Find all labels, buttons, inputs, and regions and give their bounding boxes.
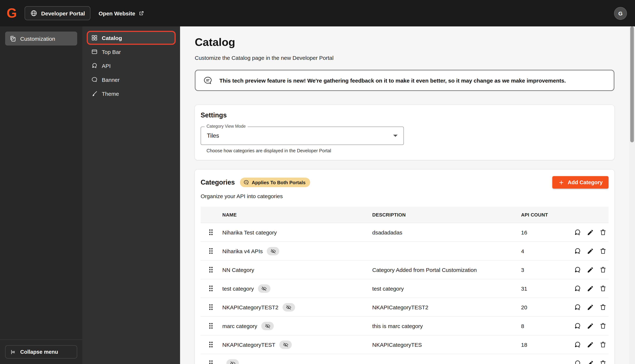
plus-icon (558, 179, 564, 186)
manage-apis-button[interactable] (574, 322, 581, 330)
delete-category-button[interactable] (599, 247, 607, 255)
subnav-item-api[interactable]: API (87, 59, 176, 73)
table-row: Niharika Test category dsadadadas 16 (201, 223, 608, 242)
category-description: NKAPICategoryTEST2 (371, 304, 520, 310)
collapse-menu-button[interactable]: Collapse menu (5, 345, 77, 358)
category-description: test category (371, 285, 520, 292)
open-website-label: Open Website (98, 10, 135, 16)
gravitee-logo[interactable]: G (7, 6, 17, 20)
edit-category-button[interactable] (587, 266, 594, 274)
table-row: Niharika v4 APIs 4 (201, 242, 608, 260)
notice-text: This tech preview feature is new! We're … (219, 77, 566, 84)
subnav-item-banner[interactable]: Banner (87, 73, 176, 86)
subnav-item-top-bar[interactable]: Top Bar (87, 45, 176, 59)
subnav-item-catalog[interactable]: Catalog (87, 31, 176, 45)
user-avatar[interactable]: G (614, 7, 627, 20)
sidebar-item-label: Customization (20, 36, 55, 42)
scrollbar-thumb[interactable] (630, 26, 634, 142)
select-label: Category View Mode (205, 124, 248, 128)
category-view-mode-select[interactable]: Category View Mode Tiles (201, 126, 404, 145)
category-table-body: Niharika Test category dsadadadas 16 (201, 223, 608, 364)
manage-apis-button[interactable] (574, 284, 581, 292)
select-helper-text: Choose how categories are displayed in t… (206, 148, 608, 154)
drag-handle-icon[interactable] (209, 285, 213, 292)
category-name: NKAPICategoryTEST (222, 342, 275, 348)
category-api-count: 4 (520, 248, 566, 254)
table-header: NAME DESCRIPTION API COUNT (201, 206, 608, 223)
subnav-item-label: Banner (102, 76, 120, 83)
drag-handle-icon[interactable] (209, 229, 213, 236)
chevron-down-icon (393, 135, 398, 137)
subnav-item-label: Top Bar (102, 48, 121, 55)
manage-apis-button[interactable] (574, 360, 581, 364)
table-row: NKAPICategoryTEST NKAPICategoryTES 18 (201, 336, 608, 354)
category-description: Category Added from Portal Customization (371, 266, 520, 273)
open-website-link[interactable]: Open Website (98, 10, 144, 16)
delete-category-button[interactable] (599, 266, 607, 274)
drag-handle-icon[interactable] (209, 266, 213, 273)
add-category-button[interactable]: Add Category (552, 176, 608, 188)
edit-category-button[interactable] (587, 322, 594, 330)
delete-category-button[interactable] (599, 228, 607, 236)
globe-icon (30, 10, 38, 17)
category-api-count: 31 (520, 285, 566, 292)
developer-portal-button[interactable]: Developer Portal (25, 6, 90, 20)
sidebar-footer: Collapse menu (0, 340, 82, 364)
category-api-count: 16 (520, 229, 566, 236)
manage-apis-button[interactable] (574, 341, 581, 348)
edit-category-button[interactable] (587, 284, 594, 292)
manage-apis-button[interactable] (574, 247, 581, 255)
applies-both-portals-badge: Applies To Both Portals (240, 178, 310, 187)
manage-apis-button[interactable] (574, 228, 581, 236)
category-api-count: 20 (520, 304, 566, 310)
categories-header: Categories Applies To Both Portals Add (201, 176, 608, 188)
edit-category-button[interactable] (587, 228, 594, 236)
delete-category-button[interactable] (599, 360, 607, 364)
table-row: NN Category Category Added from Portal C… (201, 260, 608, 279)
category-description: this is marc category (371, 323, 520, 329)
page-subtitle: Customize the Catalog page in the new De… (195, 55, 614, 61)
category-description: dsadadadas (371, 229, 520, 236)
hidden-eye-badge (267, 247, 279, 255)
settings-heading: Settings (201, 112, 608, 119)
edit-category-button[interactable] (587, 341, 594, 348)
categories-subtitle: Organize your API into categories (201, 193, 608, 199)
drag-handle-icon[interactable] (209, 304, 213, 310)
banner-icon (91, 76, 98, 83)
sidebar-item-customization[interactable]: Customization (5, 32, 77, 46)
subnav-item-label: Catalog (102, 35, 122, 41)
feedback-bubble-icon (203, 76, 213, 85)
table-row: NKAPICategoryTEST2 NKAPICategoryTEST2 20 (201, 298, 608, 317)
column-header-name: NAME (221, 212, 371, 218)
customization-icon (9, 35, 16, 42)
table-row (201, 354, 608, 364)
select-value: Tiles (207, 132, 219, 139)
categories-heading: Categories (201, 178, 235, 186)
category-name: marc category (222, 323, 257, 329)
app-window: G Developer Portal Open Website G (0, 0, 635, 364)
grid-icon (91, 34, 98, 41)
settings-card: Settings Category View Mode Tiles Choose… (195, 105, 614, 160)
edit-category-button[interactable] (587, 247, 594, 255)
scrollbar[interactable] (629, 26, 635, 364)
drag-handle-icon[interactable] (209, 341, 213, 348)
edit-category-button[interactable] (587, 360, 594, 364)
subnav-item-theme[interactable]: Theme (87, 86, 176, 100)
category-name: Niharika v4 APIs (222, 248, 263, 254)
edit-category-button[interactable] (587, 303, 594, 311)
manage-apis-button[interactable] (574, 266, 581, 274)
main-content: Catalog Customize the Catalog page in th… (180, 26, 635, 364)
category-api-count: 18 (520, 342, 566, 348)
delete-category-button[interactable] (599, 341, 607, 348)
delete-category-button[interactable] (599, 322, 607, 330)
drag-handle-icon[interactable] (209, 360, 213, 364)
collapse-menu-label: Collapse menu (20, 349, 58, 355)
delete-category-button[interactable] (599, 303, 607, 311)
categories-table: NAME DESCRIPTION API COUNT Niharika Test… (201, 206, 608, 364)
collapse-menu-icon (10, 349, 16, 355)
badge-label: Applies To Both Portals (252, 180, 306, 185)
manage-apis-button[interactable] (574, 303, 581, 311)
delete-category-button[interactable] (599, 284, 607, 292)
drag-handle-icon[interactable] (209, 248, 213, 254)
drag-handle-icon[interactable] (209, 322, 213, 329)
